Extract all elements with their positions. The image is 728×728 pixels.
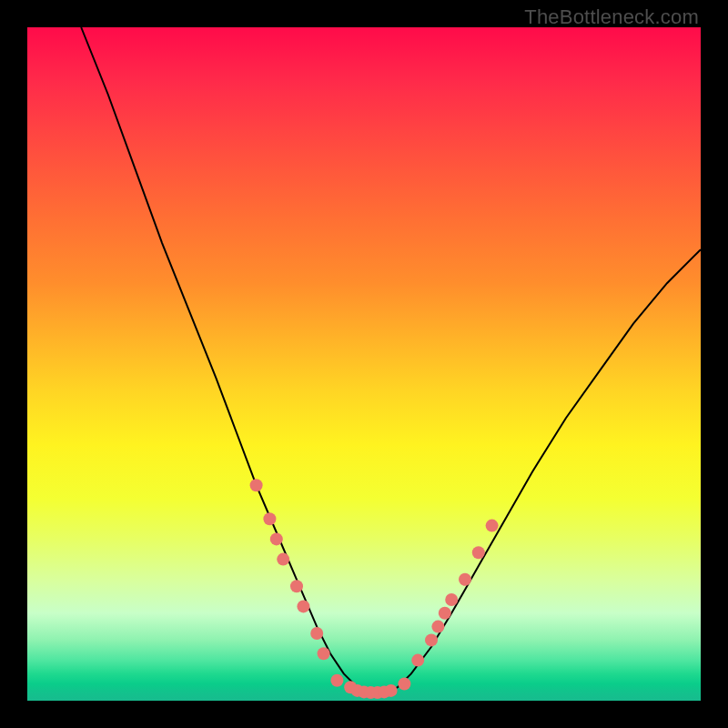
marker-dot [459, 573, 471, 586]
marker-dot [263, 512, 276, 525]
marker-dot [445, 593, 458, 606]
marker-dot [290, 580, 303, 592]
marker-dot [270, 532, 283, 545]
curve-layer [27, 27, 701, 701]
marker-dot [310, 627, 323, 640]
marker-dot [330, 674, 343, 687]
marker-dot [385, 684, 398, 697]
marker-dot [486, 520, 499, 532]
marker-dot [439, 607, 451, 620]
marker-dot [411, 654, 424, 667]
v-curve-path [81, 27, 701, 694]
marker-dots [250, 479, 499, 699]
marker-dot [431, 621, 444, 633]
watermark-text: TheBottleneck.com [524, 5, 699, 29]
chart-frame: TheBottleneck.com [0, 0, 728, 728]
marker-dot [472, 546, 485, 559]
marker-dot [425, 633, 438, 646]
marker-dot [318, 647, 330, 660]
marker-dot [250, 479, 263, 491]
marker-dot [277, 553, 289, 566]
marker-dot [398, 678, 410, 691]
marker-dot [297, 600, 309, 612]
